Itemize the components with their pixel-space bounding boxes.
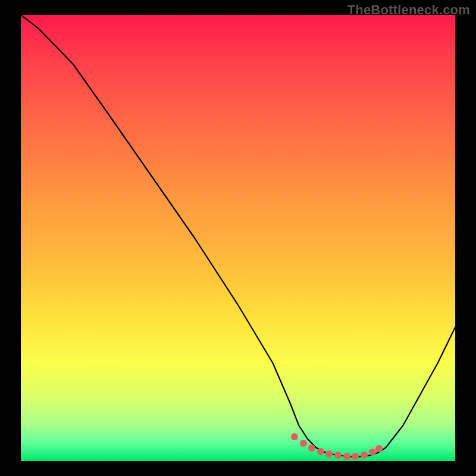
optimal-marker [361,452,368,459]
optimal-marker [317,448,324,455]
optimal-marker [375,445,383,452]
optimal-marker [308,444,315,452]
bottleneck-curve [21,15,455,457]
optimal-marker [325,450,333,458]
optimal-marker [343,453,350,460]
optimal-marker [369,449,376,456]
optimal-marker [334,452,342,459]
optimal-marker [300,440,307,447]
chart-frame: TheBottleneck.com [0,0,476,476]
curve-svg [21,15,455,461]
plot-area [21,15,455,461]
optimal-marker [291,433,298,440]
watermark-text: TheBottleneck.com [347,2,470,18]
optimal-marker [352,453,359,460]
